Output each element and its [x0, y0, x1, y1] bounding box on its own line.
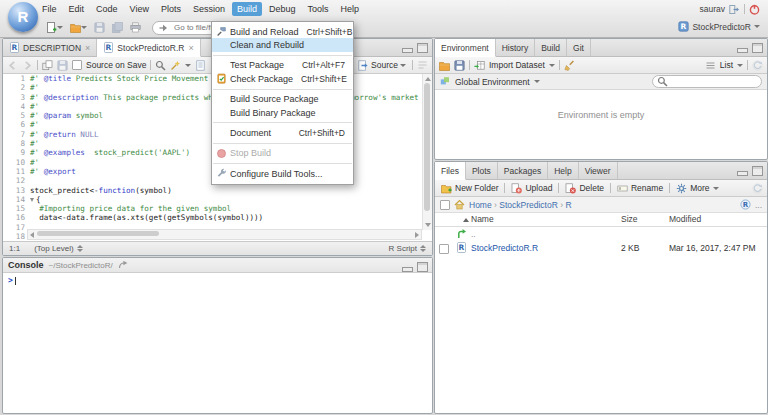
more-button[interactable]: More	[674, 183, 720, 194]
breadcrumb-stockpredictor[interactable]: StockPredictoR	[499, 200, 558, 210]
popout-icon[interactable]	[42, 60, 53, 71]
editor-save-icon[interactable]	[57, 60, 68, 71]
outline-icon[interactable]	[417, 60, 428, 71]
menu-session[interactable]: Session	[188, 2, 230, 16]
code-tools-icon[interactable]	[170, 60, 181, 71]
maximize-icon[interactable]	[417, 43, 428, 53]
env-tab-build[interactable]: Build	[535, 39, 567, 56]
refresh-icon[interactable]	[752, 183, 763, 194]
menu-edit[interactable]: Edit	[64, 2, 90, 16]
breadcrumb-r[interactable]: R	[565, 200, 571, 210]
refresh-icon[interactable]	[752, 60, 763, 71]
source-on-save-checkbox[interactable]	[72, 60, 82, 70]
file-name-link[interactable]: StockPredictoR.R	[471, 241, 538, 255]
menu-item-build-and-reload[interactable]: Build and ReloadCtrl+Shift+B	[212, 25, 353, 38]
delete-button[interactable]: Delete	[563, 183, 606, 194]
env-tab-history[interactable]: History	[496, 39, 535, 56]
fold-icon[interactable]	[30, 198, 34, 202]
breadcrumb-home[interactable]: Home	[469, 200, 492, 210]
upload-button[interactable]: Upload	[509, 183, 554, 194]
editor-hscrollbar[interactable]	[27, 229, 422, 240]
scope-selector[interactable]: (Top Level)	[34, 244, 83, 253]
open-file-button[interactable]	[68, 21, 89, 34]
menu-item-test-package[interactable]: Test PackageCtrl+Alt+F7	[212, 59, 353, 72]
files-minimize-icon[interactable]	[737, 171, 748, 176]
menu-file[interactable]: File	[37, 2, 62, 16]
compile-notebook-icon[interactable]	[195, 60, 206, 71]
save-all-button[interactable]	[110, 21, 125, 34]
menu-item-document[interactable]: DocumentCtrl+Shift+D	[212, 126, 353, 139]
menu-build[interactable]: Build	[232, 2, 262, 16]
r-version-icon[interactable]: R	[740, 199, 751, 210]
console-maximize-icon[interactable]	[417, 262, 428, 272]
rename-button[interactable]: Rename	[615, 183, 665, 194]
files-tab-help[interactable]: Help	[548, 162, 578, 179]
console-minimize-icon[interactable]	[402, 267, 413, 272]
menu-item-build-binary-package[interactable]: Build Binary Package	[212, 106, 353, 119]
menu-view[interactable]: View	[125, 2, 154, 16]
doc-type-selector[interactable]: R Script	[389, 244, 426, 253]
env-load-icon[interactable]	[439, 60, 450, 71]
minimize-icon[interactable]	[402, 48, 413, 53]
print-button[interactable]	[128, 21, 143, 34]
project-selector[interactable]: R StockPredictoR	[678, 21, 760, 32]
menu-tools[interactable]: Tools	[303, 2, 334, 16]
power-icon[interactable]	[749, 4, 760, 15]
files-tab-files[interactable]: Files	[435, 162, 466, 180]
editor-vscrollbar[interactable]	[422, 74, 432, 230]
files-tab-plots[interactable]: Plots	[466, 162, 498, 179]
code-tools-caret[interactable]	[185, 64, 191, 67]
menu-help[interactable]: Help	[336, 2, 365, 16]
env-search-input[interactable]	[671, 76, 759, 87]
menu-debug[interactable]: Debug	[264, 2, 301, 16]
menu-item-clean-and-rebuild[interactable]: Clean and Rebuild	[212, 38, 353, 51]
column-size[interactable]: Size	[621, 213, 638, 226]
select-all-checkbox[interactable]	[440, 200, 450, 210]
tab-close-icon[interactable]: ×	[85, 43, 90, 53]
env-tab-environment[interactable]: Environment	[435, 39, 496, 57]
save-button[interactable]	[92, 21, 107, 34]
list-view-button[interactable]: List	[720, 60, 733, 70]
import-dataset-button[interactable]: Import Dataset	[489, 60, 545, 70]
vscroll-thumb[interactable]	[424, 83, 430, 211]
new-folder-button[interactable]: New Folder	[439, 183, 500, 194]
editor-tab-stockpredictor-r[interactable]: RStockPredictoR.R×	[97, 39, 200, 57]
file-row[interactable]: RStockPredictoR.R2 KBMar 16, 2017, 2:47 …	[435, 241, 767, 255]
menu-code[interactable]: Code	[91, 2, 123, 16]
files-tab-viewer[interactable]: Viewer	[579, 162, 618, 179]
menu-item-check-package[interactable]: Check PackageCtrl+Shift+E	[212, 72, 353, 85]
menu-item-stop-build[interactable]: Stop Build	[212, 147, 353, 160]
menu-item-configure-build-tools[interactable]: Configure Build Tools...	[212, 167, 353, 180]
new-file-button[interactable]	[44, 21, 65, 34]
home-icon[interactable]	[454, 199, 465, 210]
column-modified[interactable]: Modified	[669, 213, 701, 226]
back-icon[interactable]	[7, 60, 18, 71]
source-button[interactable]: Source	[356, 59, 408, 72]
menu-plots[interactable]: Plots	[156, 2, 186, 16]
env-save-icon[interactable]	[454, 60, 465, 71]
goto-directory-icon[interactable]	[118, 260, 129, 271]
sign-out-icon[interactable]	[729, 4, 740, 15]
clear-workspace-icon[interactable]	[564, 60, 575, 71]
menu-item-build-source-package[interactable]: Build Source Package	[212, 93, 353, 106]
console-body[interactable]: >	[3, 273, 432, 413]
env-maximize-icon[interactable]	[752, 43, 763, 53]
forward-icon[interactable]	[22, 60, 33, 71]
file-row[interactable]: ..	[435, 227, 767, 241]
files-tab-packages[interactable]: Packages	[498, 162, 548, 179]
global-env-selector[interactable]: Global Environment	[455, 77, 530, 87]
find-icon[interactable]	[155, 60, 166, 71]
env-search-box[interactable]	[652, 75, 762, 88]
more-columns-button[interactable]: ...	[755, 200, 762, 210]
hscroll-thumb[interactable]	[37, 231, 159, 236]
tab-close-icon[interactable]: ×	[188, 43, 193, 53]
column-name[interactable]: Name	[471, 213, 494, 226]
files-maximize-icon[interactable]	[752, 166, 763, 176]
gear-icon	[676, 183, 687, 194]
file-checkbox[interactable]	[439, 244, 449, 254]
sort-ascending-icon[interactable]	[463, 218, 469, 222]
file-name[interactable]: ..	[471, 227, 476, 241]
editor-tab-description[interactable]: RDESCRIPTION×	[3, 39, 97, 56]
env-tab-git[interactable]: Git	[567, 39, 591, 56]
env-minimize-icon[interactable]	[737, 48, 748, 53]
